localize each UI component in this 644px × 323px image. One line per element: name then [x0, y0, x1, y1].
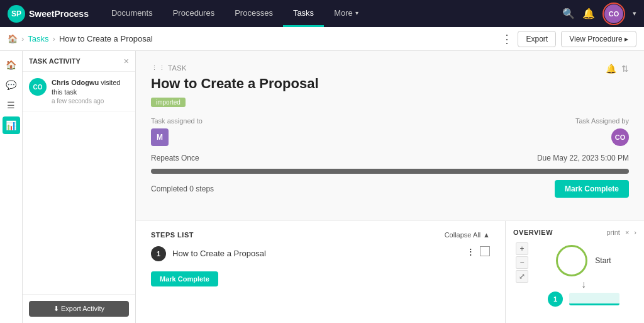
repeats-due-row: Repeats Once Due May 22, 2023 5:00 PM: [151, 154, 629, 162]
activity-panel-header: TASK ACTIVITY ×: [23, 51, 135, 72]
overview-title: OVERVIEW: [513, 229, 553, 236]
overview-diagram: + − ⤢ Start ↓ 1: [513, 242, 636, 323]
home-icon[interactable]: 🏠: [8, 34, 18, 43]
view-procedure-button[interactable]: View Procedure ▸: [561, 31, 636, 47]
step-right-actions: ⋮: [467, 246, 490, 256]
zoom-out-button[interactable]: −: [516, 256, 528, 269]
assignee-avatar: M: [151, 128, 169, 146]
task-action-icons: 🔔 ⇅: [606, 64, 629, 74]
sidebar-chart-button[interactable]: 📊: [3, 116, 20, 134]
overview-print-button[interactable]: print: [606, 229, 619, 236]
step-checkbox[interactable]: [480, 246, 490, 256]
task-type-label: ⋮⋮ TASK: [151, 64, 187, 72]
imported-badge: imported: [151, 98, 186, 107]
task-title: How to Create a Proposal: [151, 76, 629, 92]
steps-header: STEPS LIST Collapse All ▲: [151, 231, 490, 239]
sidebar-comment-button[interactable]: 💬: [3, 76, 20, 94]
activity-user-avatar: CO: [29, 78, 47, 96]
overview-actions: print × ›: [606, 229, 636, 236]
nav-processes[interactable]: Processes: [225, 0, 283, 27]
nav-more[interactable]: More ▾: [324, 0, 369, 27]
assigner-avatar: CO: [611, 128, 629, 146]
step-content: How to Create a Proposal: [172, 246, 460, 258]
mark-complete-button[interactable]: Mark Complete: [555, 180, 629, 198]
nav-procedures[interactable]: Procedures: [163, 0, 225, 27]
task-assigned-by-label: Task Assigned by: [575, 117, 629, 125]
due-date-label: Due May 22, 2023 5:00 PM: [537, 154, 629, 162]
more-options-icon[interactable]: ⋮: [501, 32, 513, 46]
diagram-arrow-down: ↓: [581, 279, 586, 290]
task-area: ⋮⋮ TASK 🔔 ⇅ How to Create a Proposal imp…: [136, 51, 644, 220]
activity-panel: TASK ACTIVITY × CO Chris Odogwu visited …: [23, 51, 136, 323]
chevron-down-icon: ▾: [355, 9, 358, 16]
completed-steps-text: Completed 0 steps: [151, 184, 214, 193]
collapse-all-button[interactable]: Collapse All ▲: [445, 231, 490, 239]
breadcrumb-sep-2: ›: [53, 34, 55, 43]
chevron-up-icon: ▲: [483, 231, 490, 239]
overview-section: OVERVIEW print × › + − ⤢: [506, 221, 644, 323]
overview-expand-button[interactable]: ›: [634, 229, 636, 236]
overview-close-button[interactable]: ×: [625, 229, 629, 236]
sidebar-list-button[interactable]: ☰: [3, 96, 20, 114]
steps-section: STEPS LIST Collapse All ▲ 1 How to Creat…: [136, 221, 506, 323]
bottom-area: STEPS LIST Collapse All ▲ 1 How to Creat…: [136, 220, 644, 323]
search-button[interactable]: 🔍: [562, 8, 575, 20]
task-assignee-section: Task assigned to M: [151, 117, 203, 146]
activity-close-button[interactable]: ×: [124, 56, 129, 66]
activity-footer: ⬇ Export Activity: [23, 294, 135, 323]
diagram-step-1-node: 1: [548, 292, 563, 307]
progress-bar-container: [151, 169, 629, 174]
nav-documents[interactable]: Documents: [101, 0, 163, 27]
step-mark-complete-button[interactable]: Mark Complete: [151, 271, 218, 286]
task-grid-icon: ⋮⋮: [151, 64, 165, 72]
main-content: ⋮⋮ TASK 🔔 ⇅ How to Create a Proposal imp…: [136, 51, 644, 323]
icon-sidebar: 🏠 💬 ☰ 📊: [0, 51, 23, 323]
task-bell-icon[interactable]: 🔔: [606, 64, 616, 74]
brand-icon: SP: [8, 5, 25, 23]
breadcrumb-current-page: How to Create a Proposal: [59, 34, 153, 43]
brand-logo[interactable]: SP SweetProcess: [8, 5, 89, 23]
step-name: How to Create a Proposal: [172, 246, 460, 258]
task-assigner-section: Task Assigned by CO: [575, 117, 629, 146]
overview-header: OVERVIEW print × ›: [513, 229, 636, 236]
diagram-controls: + − ⤢: [516, 242, 528, 283]
completed-steps-row: Completed 0 steps Mark Complete: [151, 180, 629, 198]
breadcrumb: 🏠 › Tasks › How to Create a Proposal: [8, 34, 153, 43]
activity-item-text: Chris Odogwu visited this task: [52, 78, 129, 98]
diagram-step-1-bar: [569, 293, 619, 305]
task-assigned-to-label: Task assigned to: [151, 117, 203, 125]
activity-panel-title: TASK ACTIVITY: [29, 57, 80, 65]
breadcrumb-tasks-link[interactable]: Tasks: [28, 34, 48, 43]
task-meta: Task assigned to M Task Assigned by CO: [151, 117, 629, 146]
breadcrumb-sep-1: ›: [21, 34, 24, 43]
step-number-badge: 1: [151, 246, 166, 261]
nav-tasks[interactable]: Tasks: [283, 0, 324, 27]
step-item: 1 How to Create a Proposal ⋮: [151, 246, 490, 261]
fit-diagram-button[interactable]: ⤢: [516, 270, 528, 283]
brand-name: SweetProcess: [29, 9, 89, 19]
task-label-row: ⋮⋮ TASK: [151, 64, 187, 76]
repeats-label: Repeats Once: [151, 154, 199, 162]
sidebar-home-button[interactable]: 🏠: [3, 56, 20, 74]
diagram-start-label: Start: [595, 256, 611, 265]
diagram-canvas: Start ↓ 1: [531, 242, 636, 307]
notifications-button[interactable]: 🔔: [582, 8, 595, 20]
export-activity-button[interactable]: ⬇ Export Activity: [29, 301, 129, 317]
breadcrumb-bar: 🏠 › Tasks › How to Create a Proposal ⋮ E…: [0, 27, 644, 51]
task-sort-icon[interactable]: ⇅: [621, 64, 629, 74]
step-drag-icon[interactable]: ⋮: [467, 247, 475, 256]
activity-item-content: Chris Odogwu visited this task a few sec…: [52, 78, 129, 105]
activity-item: CO Chris Odogwu visited this task a few …: [23, 72, 135, 111]
diagram-start-row: Start: [556, 245, 611, 276]
top-nav: SP SweetProcess Documents Procedures Pro…: [0, 0, 644, 27]
diagram-start-node: [556, 245, 587, 276]
user-avatar[interactable]: CO: [604, 4, 623, 23]
nav-right-actions: 🔍 🔔 CO ▾: [562, 3, 636, 25]
breadcrumb-right-actions: ⋮ Export View Procedure ▸: [501, 31, 636, 47]
zoom-in-button[interactable]: +: [516, 242, 528, 255]
export-button[interactable]: Export: [518, 31, 556, 47]
diagram-step-1-row: 1: [548, 292, 619, 307]
user-avatar-wrapper: CO: [602, 3, 625, 25]
nav-links: Documents Procedures Processes Tasks Mor…: [101, 0, 562, 27]
user-menu-caret[interactable]: ▾: [633, 9, 636, 18]
